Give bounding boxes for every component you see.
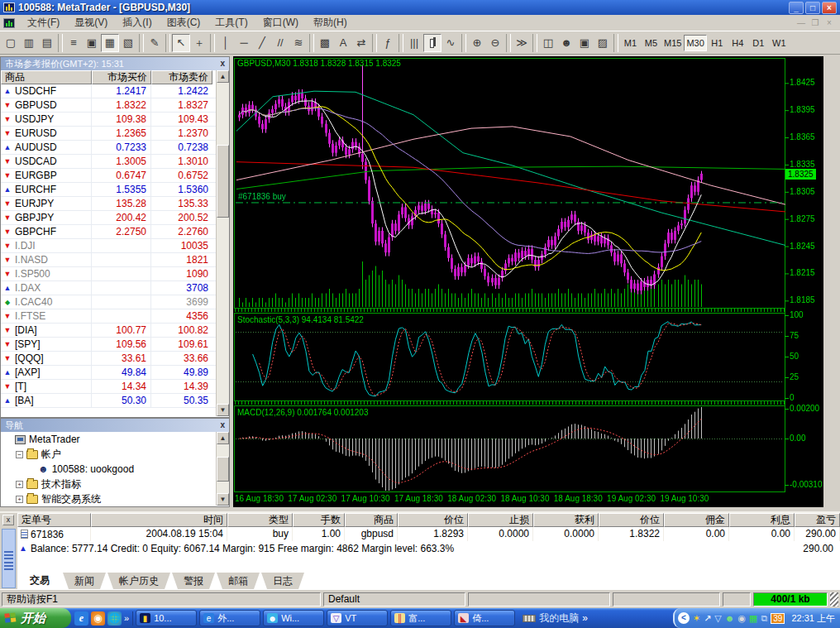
navigator-scrollbar[interactable]: ▲ ▼ [216,432,229,506]
task-button-messenger[interactable]: ☻Wi... [263,610,324,626]
terminal-tab-新闻[interactable]: 新闻 [63,573,106,589]
crosshair-button[interactable]: ＋ [190,34,208,52]
table-row[interactable]: ▼[DIA]100.77100.82 [1,324,216,338]
timeframe-m5[interactable]: M5 [641,35,661,51]
trendline-button[interactable]: ╱ [253,34,271,52]
close-icon[interactable]: x [220,421,225,429]
tree-item[interactable]: MetaTrader [1,432,216,447]
terminal-button[interactable]: ▦ [101,34,119,52]
terminal-column-6[interactable]: 止损 [468,513,533,527]
table-row[interactable]: ▼I.DJI10035 [1,239,216,253]
vertical-line-button[interactable]: │ [217,34,235,52]
chart-window-icon[interactable] [3,18,15,28]
table-row[interactable]: ▲I.DAX3708 [1,281,216,295]
terminal-tab-邮箱[interactable]: 邮箱 [217,573,260,589]
table-row[interactable]: ◆I.CAC403699 [1,295,216,309]
terminal-column-11[interactable]: 盈亏 [795,513,840,527]
menu-item-h[interactable]: 帮助(H) [306,14,355,31]
child-close-button[interactable]: × [823,18,835,27]
scroll-up-icon[interactable]: ▲ [217,70,229,83]
cursor-button[interactable]: ↖ [172,34,190,52]
timeframe-w1[interactable]: W1 [769,35,790,51]
price-chart-canvas[interactable] [233,56,823,507]
timeframe-m1[interactable]: M1 [620,35,641,51]
menu-item-t[interactable]: 工具(T) [208,14,255,31]
tray-star-icon[interactable]: ✶ [693,612,700,624]
maximize-button[interactable]: □ [805,2,820,14]
terminal-column-2[interactable]: 类型 [227,513,293,527]
timeframe-h1[interactable]: H1 [707,35,728,51]
taskbar-item-my-computer[interactable]: 我的电脑 » [518,611,593,626]
tray-cd-icon[interactable]: ◉ [737,612,746,624]
table-row[interactable]: ▼[QQQ]33.6133.66 [1,352,216,366]
globe-icon[interactable]: 🌐 [107,611,122,626]
tree-item[interactable]: −帐户 [1,447,216,462]
terminal-tab-警报[interactable]: 警报 [172,573,215,589]
new-chart-button[interactable]: ▢ [2,34,20,52]
child-restore-button[interactable]: ❐ [809,18,821,27]
table-row[interactable]: ▲AUDUSD0.72330.7238 [1,141,216,155]
text-button[interactable]: A [334,34,352,52]
task-button-vt[interactable]: ▽VT [327,610,388,626]
tray-collapse-icon[interactable]: < [678,612,690,624]
terminal-column-1[interactable]: 时间 [91,513,227,527]
indicators-button[interactable]: ƒ [379,34,397,52]
table-row[interactable]: ▼I.NASD1821 [1,253,216,267]
menu-item-i[interactable]: 插入(I) [115,14,159,31]
terminal-tab-日志[interactable]: 日志 [261,573,304,589]
chart-profiles-button[interactable]: ▨ [594,34,612,52]
collapse-icon[interactable]: − [16,451,23,458]
task-button-metatrader[interactable]: ▮10... [136,610,197,626]
chart-window[interactable]: GBPUSD,M30 1.8318 1.8328 1.8315 1.8325 S… [233,56,823,507]
market-watch-button[interactable]: ≡ [64,34,83,52]
timeframe-m30[interactable]: M30 [684,35,706,51]
ie-icon[interactable]: e [74,611,88,626]
table-row[interactable]: ▼I.FTSE4356 [1,309,216,324]
navigator-titlebar[interactable]: 导航 x [1,419,229,432]
close-icon[interactable]: x [220,60,225,68]
terminal-column-0[interactable]: 定单号 [17,513,91,527]
options-button[interactable]: ▧ [119,34,137,52]
tray-vt-icon[interactable]: ▽ [714,612,721,624]
table-row[interactable]: ▼GBPJPY200.42200.52 [1,211,216,225]
table-row[interactable]: ▲EURCHF1.53551.5360 [1,183,216,197]
table-row[interactable]: ▲USDCHF1.24171.2422 [1,84,216,98]
attach-script-button[interactable]: ✎ [146,34,164,52]
tree-item[interactable]: +技术指标 [1,477,216,491]
save-button[interactable]: ▥ [20,34,38,52]
zoom-in-button[interactable]: ⊕ [468,34,486,52]
strategy-tester-button[interactable]: ☻ [557,34,575,52]
expand-icon[interactable]: + [16,496,23,503]
start-button[interactable]: 开始 [0,608,71,628]
scroll-up-icon[interactable]: ▲ [217,432,229,444]
menu-item-w[interactable]: 窗口(W) [255,14,306,31]
table-row[interactable]: ▼GBPUSD1.83221.8327 [1,98,216,113]
new-chart-window-button[interactable]: ▣ [575,34,594,52]
menu-item-f[interactable]: 文件(F) [20,14,67,31]
table-row[interactable]: ▼USDCAD1.30051.3010 [1,155,216,169]
column-header-2[interactable]: 市场卖价 [151,70,212,84]
column-header-0[interactable]: 商品 [1,70,92,84]
bar-chart-button[interactable]: ||| [405,34,423,52]
status-profile[interactable]: Default [323,592,465,606]
order-row[interactable]: 6718362004.08.19 15:04buy1.00gbpusd1.829… [17,527,840,541]
step-forward-button[interactable]: ≫ [513,34,531,52]
tasks-overflow-icon[interactable]: » [582,612,588,624]
scrollbar-thumb[interactable] [217,457,229,482]
timeframe-h4[interactable]: H4 [728,35,748,51]
task-button-ie[interactable]: e外... [199,610,260,626]
quick-launch-overflow-icon[interactable]: » [124,613,129,623]
terminal-column-7[interactable]: 获利 [533,513,599,527]
menu-item-c[interactable]: 图表(C) [160,14,208,31]
table-row[interactable]: ▼USDJPY109.38109.43 [1,113,216,127]
tray-cursor-icon[interactable]: ↗ [704,612,711,624]
tray-messenger-icon[interactable]: ☻ [725,612,735,624]
expand-icon[interactable]: + [16,481,23,488]
table-row[interactable]: ▼EURJPY135.28135.33 [1,197,216,211]
terminal-column-8[interactable]: 价位 [599,513,664,527]
close-button[interactable]: × [822,2,837,14]
scrollbar-thumb[interactable] [217,145,229,218]
terminal-column-10[interactable]: 利息 [729,513,795,527]
table-row[interactable]: ▲[BA]50.3050.35 [1,394,216,408]
terminal-tab-帐户历史[interactable]: 帐户历史 [107,573,170,589]
